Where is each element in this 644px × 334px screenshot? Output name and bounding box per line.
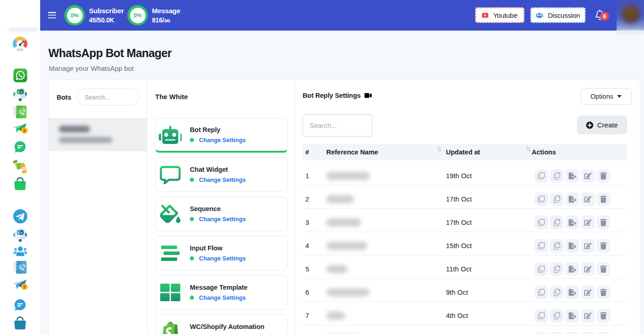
svg-text:1: 1 xyxy=(23,128,26,133)
svg-text:1: 1 xyxy=(23,285,26,289)
